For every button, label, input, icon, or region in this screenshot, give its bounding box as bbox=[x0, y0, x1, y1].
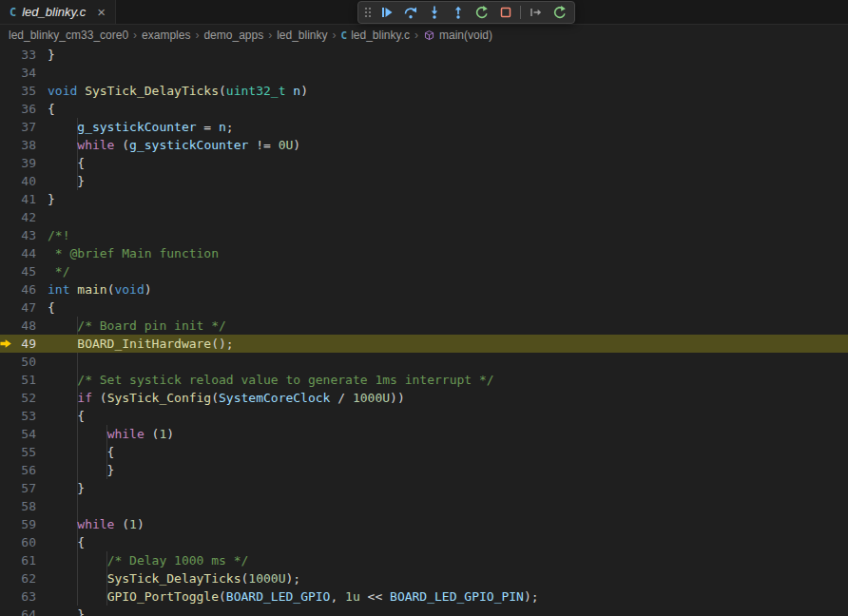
line-number[interactable]: 33 bbox=[13, 46, 36, 64]
line-number[interactable]: 37 bbox=[13, 118, 36, 136]
line-number[interactable]: 34 bbox=[13, 64, 36, 82]
code-line[interactable]: 46int main(void) bbox=[0, 280, 848, 298]
line-number[interactable]: 58 bbox=[13, 497, 36, 515]
code-line[interactable]: 42 bbox=[0, 208, 848, 226]
breadcrumb-item-file[interactable]: C led_blinky.c bbox=[341, 29, 410, 42]
line-number[interactable]: 36 bbox=[13, 100, 36, 118]
code-text: { bbox=[36, 298, 55, 317]
line-number[interactable]: 38 bbox=[13, 136, 36, 154]
line-number[interactable]: 50 bbox=[13, 353, 36, 371]
code-line[interactable]: 39 { bbox=[0, 154, 848, 172]
code-line[interactable]: 35void SysTick_DelayTicks(uint32_t n) bbox=[0, 82, 848, 100]
code-line[interactable]: 54 while (1) bbox=[0, 425, 848, 443]
glyph-margin bbox=[0, 190, 13, 208]
code-line[interactable]: 38 while (g_systickCounter != 0U) bbox=[0, 136, 848, 154]
line-number[interactable]: 40 bbox=[13, 172, 36, 190]
drag-handle-icon[interactable] bbox=[361, 2, 375, 23]
line-number[interactable]: 60 bbox=[13, 533, 36, 551]
code-line[interactable]: 47{ bbox=[0, 298, 848, 317]
glyph-margin bbox=[0, 46, 13, 64]
code-line[interactable]: 61 /* Delay 1000 ms */ bbox=[0, 551, 848, 569]
line-number[interactable]: 41 bbox=[13, 190, 36, 208]
tab-led-blinky[interactable]: C led_blinky.c × bbox=[0, 0, 116, 24]
line-number[interactable]: 43 bbox=[13, 226, 36, 244]
code-line[interactable]: 58 bbox=[0, 497, 848, 515]
line-number[interactable]: 64 bbox=[13, 606, 36, 616]
code-line[interactable]: 59 while (1) bbox=[0, 515, 848, 533]
code-line[interactable]: 49 BOARD_InitHardware(); bbox=[0, 335, 848, 353]
code-line[interactable]: 60 { bbox=[0, 533, 848, 551]
breadcrumb-item-symbol-main[interactable]: main(void) bbox=[423, 29, 492, 42]
line-number[interactable]: 42 bbox=[13, 208, 36, 226]
line-number[interactable]: 62 bbox=[13, 569, 36, 587]
code-line[interactable]: 50 bbox=[0, 353, 848, 371]
code-line[interactable]: 51 /* Set systick reload value to genera… bbox=[0, 371, 848, 389]
breadcrumb-item-demo-apps[interactable]: demo_apps bbox=[203, 29, 263, 42]
code-line[interactable]: 52 if (SysTick_Config(SystemCoreClock / … bbox=[0, 389, 848, 407]
line-number[interactable]: 56 bbox=[13, 461, 36, 479]
goto-button[interactable] bbox=[524, 2, 548, 23]
code-text: /* Board pin init */ bbox=[36, 317, 226, 335]
code-line[interactable]: 63 GPIO_PortToggle(BOARD_LED_GPIO, 1u <<… bbox=[0, 587, 848, 606]
glyph-margin bbox=[0, 82, 13, 100]
line-number[interactable]: 59 bbox=[13, 515, 36, 533]
glyph-margin bbox=[0, 353, 13, 371]
code-line[interactable]: 62 SysTick_DelayTicks(1000U); bbox=[0, 569, 848, 587]
code-line[interactable]: 34 bbox=[0, 64, 848, 82]
breadcrumb-item-project[interactable]: led_blinky_cm33_core0 bbox=[9, 29, 128, 42]
line-number[interactable]: 54 bbox=[13, 425, 36, 443]
glyph-margin bbox=[0, 515, 13, 533]
debug-toolbar bbox=[357, 1, 575, 24]
code-text: { bbox=[36, 407, 85, 425]
line-number[interactable]: 52 bbox=[13, 389, 36, 407]
step-over-icon bbox=[403, 5, 418, 20]
code-line[interactable]: 64 } bbox=[0, 606, 848, 616]
reset-button[interactable] bbox=[548, 2, 571, 23]
code-text bbox=[36, 208, 48, 226]
code-line[interactable]: 36{ bbox=[0, 100, 848, 118]
code-line[interactable]: 33} bbox=[0, 46, 848, 64]
line-number[interactable]: 47 bbox=[13, 298, 36, 317]
code-line[interactable]: 43/*! bbox=[0, 226, 848, 244]
line-number[interactable]: 39 bbox=[13, 154, 36, 172]
line-number[interactable]: 51 bbox=[13, 371, 36, 389]
code-line[interactable]: 56 } bbox=[0, 461, 848, 479]
line-number[interactable]: 53 bbox=[13, 407, 36, 425]
step-out-icon bbox=[451, 5, 466, 20]
line-number[interactable]: 49 bbox=[13, 335, 36, 353]
line-number[interactable]: 46 bbox=[13, 280, 36, 298]
code-line[interactable]: 48 /* Board pin init */ bbox=[0, 317, 848, 335]
stop-button[interactable] bbox=[493, 2, 517, 23]
line-number[interactable]: 35 bbox=[13, 82, 36, 100]
code-line[interactable]: 41} bbox=[0, 190, 848, 208]
line-number[interactable]: 63 bbox=[13, 587, 36, 606]
restart-button[interactable] bbox=[470, 2, 493, 23]
code-line[interactable]: 53 { bbox=[0, 407, 848, 425]
step-out-button[interactable] bbox=[446, 2, 470, 23]
code-line[interactable]: 57 } bbox=[0, 479, 848, 497]
glyph-margin bbox=[0, 244, 13, 262]
breadcrumb-item-examples[interactable]: examples bbox=[142, 29, 190, 42]
code-line[interactable]: 44 * @brief Main function bbox=[0, 244, 848, 262]
line-number[interactable]: 55 bbox=[13, 443, 36, 461]
code-text: } bbox=[36, 479, 85, 497]
step-over-button[interactable] bbox=[398, 2, 422, 23]
line-number[interactable]: 44 bbox=[13, 244, 36, 262]
code-line[interactable]: 45 */ bbox=[0, 262, 848, 280]
code-text: BOARD_InitHardware(); bbox=[36, 335, 234, 353]
glyph-margin bbox=[0, 154, 13, 172]
code-line[interactable]: 37 g_systickCounter = n; bbox=[0, 118, 848, 136]
close-icon[interactable]: × bbox=[97, 5, 106, 19]
glyph-margin bbox=[0, 280, 13, 298]
code-text: { bbox=[36, 533, 85, 551]
line-number[interactable]: 57 bbox=[13, 479, 36, 497]
breadcrumb: led_blinky_cm33_core0 › examples › demo_… bbox=[0, 25, 848, 46]
line-number[interactable]: 45 bbox=[13, 262, 36, 280]
line-number[interactable]: 48 bbox=[13, 317, 36, 335]
code-line[interactable]: 40 } bbox=[0, 172, 848, 190]
breadcrumb-item-led-blinky[interactable]: led_blinky bbox=[277, 29, 327, 42]
step-into-button[interactable] bbox=[422, 2, 446, 23]
continue-button[interactable] bbox=[375, 2, 398, 23]
line-number[interactable]: 61 bbox=[13, 551, 36, 569]
code-line[interactable]: 55 { bbox=[0, 443, 848, 461]
